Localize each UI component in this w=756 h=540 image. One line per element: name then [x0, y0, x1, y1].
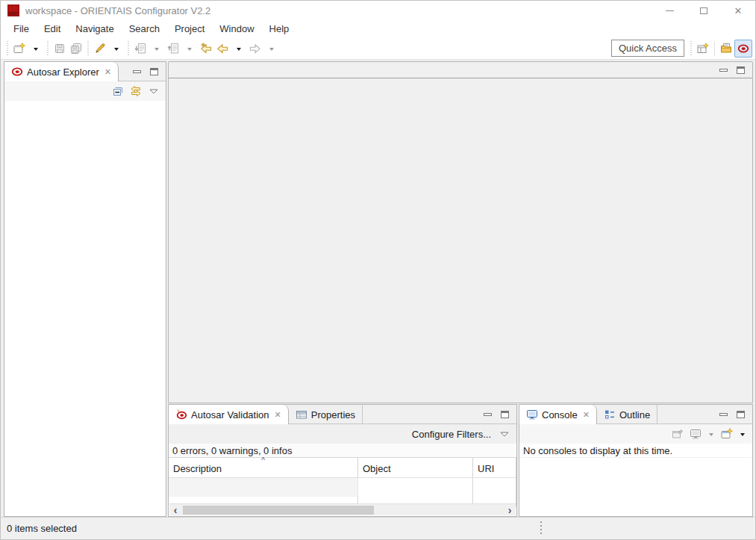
collapse-all-button[interactable] [112, 85, 124, 97]
console-message-text: No consoles to display at this time. [523, 445, 672, 456]
back-dropdown[interactable] [231, 40, 247, 58]
dropdown-icon [187, 48, 192, 53]
column-header-description[interactable]: Description ^ [169, 458, 358, 477]
dropdown-icon[interactable] [709, 433, 713, 438]
validation-pane-controls [484, 405, 516, 424]
maximize-pane-button[interactable] [501, 411, 509, 418]
tab-properties[interactable]: Properties [289, 405, 363, 424]
minimize-pane-button[interactable] [719, 69, 728, 72]
open-console-button[interactable] [721, 428, 733, 440]
minimize-pane-button[interactable] [719, 413, 728, 416]
new-wizard-dropdown[interactable] [28, 40, 44, 58]
import-document-dropdown[interactable] [149, 40, 165, 58]
column-header-object[interactable]: Object [358, 458, 473, 477]
resource-perspective-button[interactable] [718, 40, 734, 58]
toolbar-separator [714, 41, 715, 56]
close-icon[interactable]: ✕ [275, 410, 281, 420]
dropdown-icon [154, 48, 159, 53]
dropdown-icon [269, 48, 274, 53]
dropdown-icon[interactable] [740, 433, 745, 438]
close-icon[interactable]: ✕ [104, 67, 111, 77]
horizontal-scrollbar[interactable]: ‹ › [169, 503, 516, 515]
export-document-dropdown[interactable] [181, 40, 198, 58]
scrollbar-thumb[interactable] [183, 506, 374, 515]
dropdown-icon [114, 48, 119, 53]
link-with-editor-button[interactable] [130, 85, 142, 97]
import-document-icon [134, 43, 146, 55]
import-document-button[interactable] [132, 40, 149, 58]
console-toolbar [519, 424, 752, 444]
menu-item-window[interactable]: Window [212, 21, 261, 37]
table-row [169, 478, 516, 497]
pin-console-button[interactable] [672, 428, 684, 440]
explorer-tree-area[interactable] [4, 102, 166, 516]
orientais-perspective-button[interactable] [734, 40, 752, 58]
forward-icon [249, 43, 261, 55]
view-menu-button[interactable] [148, 85, 160, 97]
window-close-button[interactable]: ✕ [721, 1, 755, 20]
orientais-perspective-icon [737, 43, 749, 55]
export-document-button[interactable] [165, 40, 181, 58]
console-pane-controls [719, 405, 752, 424]
explorer-pane-controls [133, 62, 166, 81]
scroll-right-icon[interactable]: › [504, 504, 516, 516]
statusbar-grip[interactable] [540, 521, 542, 534]
back-to-last-edit-button[interactable] [198, 40, 214, 58]
minimize-pane-button[interactable] [133, 70, 141, 73]
display-selected-console-button[interactable] [690, 428, 702, 440]
export-document-icon [167, 43, 179, 55]
menu-item-project[interactable]: Project [167, 21, 212, 37]
back-button[interactable] [214, 40, 231, 58]
column-header-uri[interactable]: URI [473, 458, 516, 477]
toolbar-grip[interactable] [87, 41, 89, 56]
menu-item-search[interactable]: Search [122, 21, 167, 37]
window-maximize-button[interactable] [687, 1, 721, 20]
forward-button[interactable] [247, 40, 263, 58]
validation-tabrow: Autosar Validation ✕ Properties [169, 405, 516, 424]
menu-item-help[interactable]: Help [262, 21, 297, 37]
new-wizard-button[interactable] [11, 40, 28, 58]
save-button[interactable] [51, 40, 68, 58]
minimize-pane-button[interactable] [484, 413, 492, 416]
back-icon [216, 43, 228, 55]
scrollbar-track[interactable] [181, 504, 504, 515]
tab-console[interactable]: Console ✕ [519, 405, 597, 424]
maximize-pane-button[interactable] [737, 66, 745, 74]
explorer-toolbar [4, 81, 166, 101]
maximize-pane-button[interactable] [150, 68, 158, 75]
validate-button[interactable] [92, 40, 108, 58]
minimize-icon [133, 70, 141, 73]
window-minimize-button[interactable] [652, 1, 687, 20]
toolbar-grip[interactable] [128, 41, 129, 56]
forward-dropdown[interactable] [263, 40, 280, 58]
validate-dropdown[interactable] [108, 40, 125, 58]
toolbar-grip[interactable] [690, 41, 692, 56]
window-controls: ✕ [652, 1, 755, 20]
main-toolbar: Quick Access [1, 37, 755, 60]
save-all-button[interactable] [68, 40, 84, 58]
scroll-left-icon[interactable]: ‹ [169, 504, 181, 516]
open-perspective-button[interactable] [695, 40, 711, 58]
dropdown-icon [34, 48, 38, 53]
quick-access-button[interactable]: Quick Access [611, 40, 684, 57]
maximize-icon [150, 68, 158, 75]
tab-outline[interactable]: Outline [597, 405, 657, 424]
close-icon[interactable]: ✕ [583, 410, 590, 420]
menu-item-edit[interactable]: Edit [37, 21, 68, 37]
editor-pane-controls [719, 66, 752, 74]
toolbar-grip[interactable] [47, 41, 49, 56]
maximize-icon [737, 411, 745, 418]
tab-autosar-explorer[interactable]: Autosar Explorer ✕ [4, 62, 119, 81]
menu-item-file[interactable]: File [6, 21, 37, 37]
maximize-pane-button[interactable] [737, 411, 745, 418]
view-menu-icon [148, 85, 160, 97]
tab-autosar-validation[interactable]: Autosar Validation ✕ [169, 405, 289, 424]
open-console-icon [721, 428, 733, 440]
console-icon [526, 409, 538, 420]
validate-pen-icon [94, 43, 106, 55]
minimize-icon [719, 69, 728, 72]
configure-filters-button[interactable]: Configure Filters... [412, 429, 491, 440]
view-menu-button[interactable] [499, 428, 510, 440]
menu-item-navigate[interactable]: Navigate [68, 21, 121, 37]
toolbar-grip[interactable] [7, 41, 8, 56]
